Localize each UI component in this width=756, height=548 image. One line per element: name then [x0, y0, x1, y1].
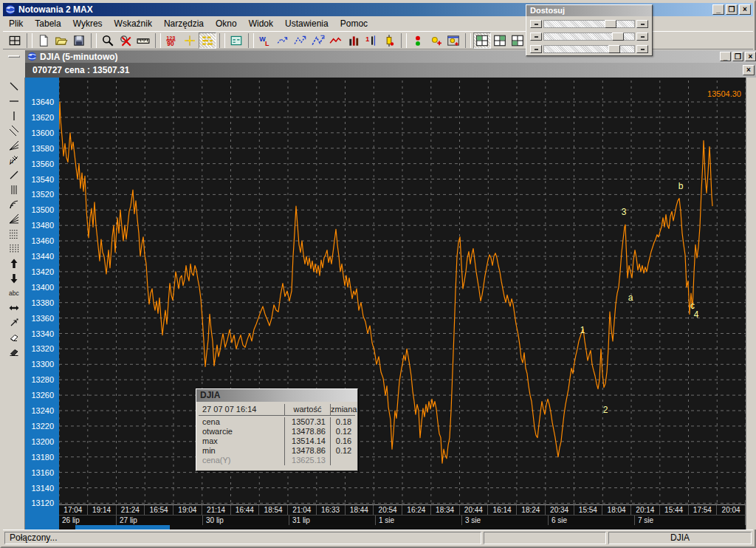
- fibonacci-retracement-icon[interactable]: [5, 227, 23, 242]
- toolbar-separator: [248, 33, 254, 48]
- status-symbol: DJIA: [608, 532, 752, 544]
- toolbar-grip[interactable]: [3, 50, 25, 63]
- horizontal-line-icon[interactable]: [5, 94, 23, 109]
- chart-minimize-button[interactable]: _: [720, 52, 731, 61]
- zigzag-small-icon[interactable]: [274, 32, 292, 49]
- close-button[interactable]: ×: [739, 4, 751, 15]
- menu-ustawienia[interactable]: Ustawienia: [279, 17, 334, 30]
- eraser-all-icon[interactable]: [5, 345, 23, 360]
- menu-plik[interactable]: Plik: [3, 17, 29, 30]
- slider-thumb[interactable]: [612, 32, 624, 41]
- numbers-format-icon[interactable]: 12390: [163, 32, 181, 49]
- chart-point-add-icon[interactable]: [444, 32, 462, 49]
- dostosuj-slider-1: [530, 18, 648, 29]
- menu-wykres[interactable]: Wykres: [67, 17, 109, 30]
- menu-okno[interactable]: Okno: [210, 17, 243, 30]
- bars-shift-icon[interactable]: 1: [362, 32, 380, 49]
- layout-quad-2-icon[interactable]: [509, 32, 526, 49]
- slider-track[interactable]: [543, 20, 635, 28]
- layout-quad-1-icon[interactable]: [491, 32, 509, 49]
- slider-thumb[interactable]: [608, 45, 620, 53]
- info-close-button[interactable]: ×: [743, 65, 755, 75]
- expand-arrow-icon[interactable]: [5, 315, 23, 330]
- svg-text:2: 2: [603, 405, 608, 415]
- x-tick-time: 19:04: [173, 505, 202, 515]
- dostosuj-titlebar[interactable]: Dostosuj: [526, 5, 652, 16]
- zigzag-large-icon[interactable]: [309, 32, 327, 49]
- arrow-down-icon[interactable]: [5, 271, 23, 286]
- slider-right-button[interactable]: [636, 45, 648, 53]
- fibonacci-timezones-icon[interactable]: [5, 242, 23, 256]
- y-tick-label: 13280: [31, 375, 54, 384]
- slider-left-button[interactable]: [530, 20, 542, 28]
- x-tick-date: 1 sie: [376, 516, 462, 525]
- slider-right-button[interactable]: [636, 20, 648, 28]
- y-tick-label: 13520: [31, 190, 54, 199]
- slider-track[interactable]: [543, 32, 635, 41]
- minimize-button[interactable]: _: [712, 4, 724, 15]
- tooltip-row-cenaY: cena(Y)13625.13: [199, 456, 355, 465]
- tooltip-title[interactable]: DJIA: [196, 389, 357, 402]
- y-tick-label: 13220: [31, 422, 54, 431]
- chart-close-button[interactable]: ×: [745, 52, 756, 61]
- parallel-lines-icon[interactable]: [5, 123, 23, 138]
- x-tick-time: 19:14: [88, 505, 117, 515]
- vertical-lines-3-icon[interactable]: [5, 182, 23, 197]
- window-grid-icon[interactable]: [6, 32, 24, 49]
- fan-lines-icon[interactable]: [5, 138, 23, 153]
- svg-text:4: 4: [694, 309, 699, 320]
- plot-area[interactable]: 123abc4 13504.30 17:0419:1421:2416:5419:…: [59, 78, 746, 530]
- candle-marker-icon[interactable]: [380, 32, 398, 49]
- x-tick-time: 21:04: [288, 505, 317, 515]
- y-tick-label: 13140: [31, 484, 54, 493]
- tooltip-table: 27 07 07 16:14wartośćzmianacena13507.310…: [199, 404, 355, 468]
- x-tick-date: 30 lip: [203, 516, 289, 525]
- save-icon[interactable]: [70, 32, 88, 49]
- vertical-line-icon[interactable]: [5, 109, 23, 123]
- horizontal-arrow-icon[interactable]: [5, 301, 23, 315]
- trendline-up-icon[interactable]: [5, 168, 23, 182]
- slider-left-button[interactable]: [530, 45, 542, 53]
- x-tick-time: 17:04: [59, 505, 88, 515]
- menu-pomoc[interactable]: Pomoc: [334, 17, 374, 30]
- gann-fan-icon[interactable]: [5, 212, 23, 227]
- indicator-window-icon[interactable]: [227, 32, 245, 49]
- slider-right-button[interactable]: [636, 32, 648, 41]
- ruler-icon[interactable]: [134, 32, 152, 49]
- volume-bars-icon[interactable]: [345, 32, 362, 49]
- open-folder-icon[interactable]: [52, 32, 70, 49]
- chart-restore-button[interactable]: ❐: [732, 52, 743, 61]
- grid-lines-icon[interactable]: [199, 32, 216, 49]
- y-tick-label: 13580: [31, 144, 54, 153]
- pitchfork-icon[interactable]: µ: [5, 153, 23, 168]
- trendline-down-icon[interactable]: [5, 79, 23, 94]
- y-tick-label: 13640: [31, 97, 54, 106]
- menu-tabela[interactable]: Tabela: [29, 17, 66, 30]
- zoom-in-icon[interactable]: [99, 32, 117, 49]
- zigzag-medium-icon[interactable]: [292, 32, 309, 49]
- restore-button[interactable]: ❐: [726, 4, 738, 15]
- wave-line-icon[interactable]: [327, 32, 345, 49]
- menu-wskaźnik[interactable]: Wskaźnik: [109, 17, 158, 30]
- slider-left-button[interactable]: [530, 32, 542, 41]
- arrow-up-icon[interactable]: [5, 256, 23, 271]
- crosshair-icon[interactable]: [181, 32, 199, 49]
- slider-thumb[interactable]: [605, 20, 616, 28]
- new-file-icon[interactable]: [35, 32, 52, 49]
- price-chart[interactable]: 123abc4: [59, 78, 746, 504]
- layout-single-icon[interactable]: [473, 32, 491, 49]
- fibonacci-arcs-icon[interactable]: [5, 197, 23, 212]
- eraser-icon[interactable]: [5, 330, 23, 345]
- slider-track[interactable]: [543, 45, 635, 53]
- x-tick-date: 6 sie: [549, 516, 635, 525]
- wl-tool-icon[interactable]: WL: [256, 32, 274, 49]
- menu-widok[interactable]: Widok: [243, 17, 279, 30]
- zoom-off-icon[interactable]: [117, 32, 134, 49]
- y-tick-label: 13180: [31, 453, 54, 462]
- traffic-light-icon[interactable]: [409, 32, 427, 49]
- dostosuj-window[interactable]: Dostosuj: [526, 4, 653, 56]
- text-label-icon[interactable]: abc: [5, 286, 23, 301]
- x-tick-time: 16:54: [145, 505, 173, 515]
- menu-narzędzia[interactable]: Narzędzia: [158, 17, 210, 30]
- point-add-icon[interactable]: [427, 32, 444, 49]
